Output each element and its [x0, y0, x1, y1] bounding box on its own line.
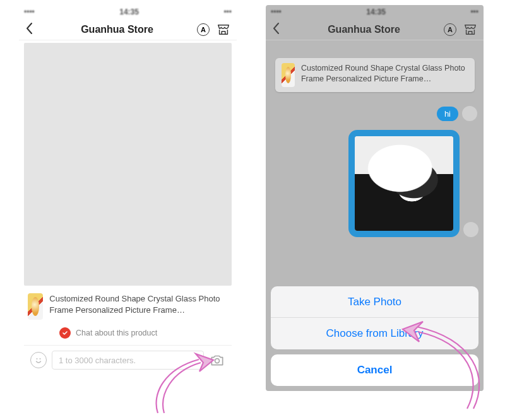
phone-right: •••• 14:35 ••• Guanhua Store A	[266, 5, 484, 391]
translate-button[interactable]: A	[196, 23, 210, 37]
message-input[interactable]: 1 to 3000 characters.	[52, 351, 204, 370]
chat-hint-row[interactable]: Chat about this product	[24, 324, 232, 345]
product-card[interactable]: Customized Round Shape Crystal Glass Pho…	[275, 58, 475, 92]
product-thumbnail	[282, 63, 295, 87]
nav-bar: Guanhua Store A	[266, 19, 484, 40]
back-button[interactable]	[25, 22, 38, 37]
phone-left: •••• 14:35 ••• Guanhua Store A	[19, 5, 237, 391]
check-icon	[59, 327, 71, 339]
svg-point-0	[37, 358, 38, 359]
photo-action-sheet: Take Photo Choose from Library Cancel	[271, 286, 478, 386]
translate-icon: A	[444, 23, 456, 36]
status-time: 14:35	[119, 8, 139, 16]
translate-icon: A	[197, 23, 210, 36]
take-photo-button[interactable]: Take Photo	[271, 286, 478, 318]
page-title: Guanhua Store	[38, 24, 196, 35]
sent-image[interactable]	[348, 130, 460, 237]
svg-point-1	[40, 358, 41, 359]
message-placeholder: 1 to 3000 characters.	[59, 356, 136, 365]
camera-icon	[209, 352, 225, 368]
choose-from-library-button[interactable]: Choose from Library	[271, 318, 478, 349]
product-title: Customized Round Shape Crystal Glass Pho…	[49, 293, 228, 316]
smiley-icon	[33, 355, 44, 365]
store-button[interactable]	[463, 23, 477, 37]
message-row-image	[271, 130, 478, 237]
camera-button[interactable]	[209, 352, 225, 368]
page-title: Guanhua Store	[285, 24, 443, 35]
status-bar: •••• 14:35 •••	[19, 5, 237, 19]
chat-hint-label: Chat about this product	[76, 329, 157, 337]
product-thumbnail	[28, 293, 43, 320]
back-button[interactable]	[272, 22, 285, 37]
svg-point-2	[215, 359, 220, 363]
action-sheet-options: Take Photo Choose from Library	[271, 286, 478, 349]
product-preview[interactable]: Customized Round Shape Crystal Glass Pho…	[24, 286, 232, 324]
store-icon	[463, 23, 477, 37]
avatar	[462, 106, 477, 121]
store-icon	[217, 23, 230, 37]
message-bubble: hi	[437, 107, 458, 121]
message-row-hi: hi	[271, 103, 478, 124]
chat-empty-area	[24, 43, 232, 286]
product-title: Customized Round Shape Crystal Glass Pho…	[301, 63, 468, 87]
translate-button[interactable]: A	[443, 23, 457, 37]
status-bar: •••• 14:35 •••	[266, 5, 484, 19]
nav-bar: Guanhua Store A	[19, 19, 237, 40]
portrait-image	[355, 136, 453, 231]
emoji-button[interactable]	[30, 352, 47, 368]
cancel-button[interactable]: Cancel	[271, 354, 478, 386]
status-time: 14:35	[366, 8, 386, 16]
store-button[interactable]	[217, 23, 230, 37]
message-input-bar: 1 to 3000 characters.	[24, 346, 232, 375]
avatar	[463, 222, 478, 237]
